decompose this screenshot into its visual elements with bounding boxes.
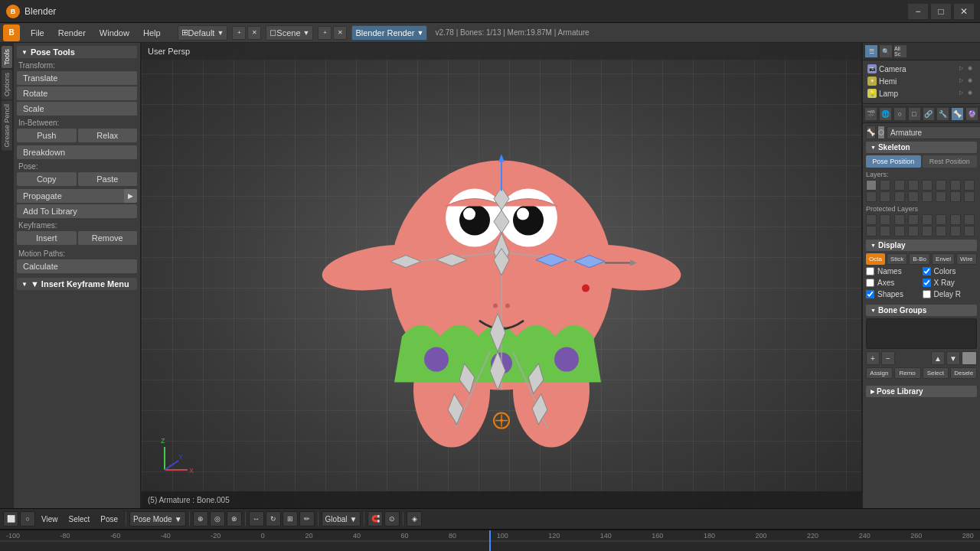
minimize-button[interactable]: −: [908, 4, 928, 19]
menu-help[interactable]: Help: [137, 27, 167, 39]
overlay-btn[interactable]: ◈: [407, 511, 422, 527]
layer-12[interactable]: [922, 191, 933, 202]
layer-3[interactable]: [908, 180, 919, 191]
layer-6[interactable]: [950, 180, 961, 191]
propagate-arrow[interactable]: ▶: [124, 189, 137, 203]
player-13[interactable]: [936, 226, 946, 236]
calculate-button[interactable]: Calculate: [17, 259, 137, 273]
camera-ctrl1[interactable]: ▷: [959, 65, 967, 73]
octa-button[interactable]: Octa: [866, 253, 885, 265]
remove-workspace-btn[interactable]: ✕: [247, 26, 261, 40]
rotate-button[interactable]: Rotate: [17, 86, 137, 100]
constraint-icon[interactable]: 🔗: [923, 107, 936, 121]
pose-tools-header[interactable]: Pose Tools: [17, 46, 137, 58]
delay-r-checkbox[interactable]: [923, 290, 931, 298]
skeleton-header[interactable]: Skeleton: [866, 142, 977, 153]
transform-icon4[interactable]: ✏: [299, 511, 315, 527]
layer-1[interactable]: [880, 180, 890, 191]
wire-button[interactable]: Wire: [956, 253, 976, 265]
add-bone-group-btn[interactable]: +: [866, 351, 880, 365]
color-swatch-btn[interactable]: [962, 351, 977, 365]
view-menu[interactable]: View: [37, 514, 63, 525]
bbone-button[interactable]: B-Bo: [909, 253, 930, 265]
timeline-ruler[interactable]: -100 -80 -60 -40 -20 0 20 40 60 80 100 1…: [0, 530, 980, 551]
camera-ctrl2[interactable]: ◉: [968, 65, 975, 73]
pose-library-header[interactable]: Pose Library: [866, 386, 977, 397]
scale-button[interactable]: Scale: [17, 102, 137, 116]
material-props-icon[interactable]: 🔮: [965, 107, 978, 121]
names-checkbox[interactable]: [866, 267, 874, 276]
object-props-icon[interactable]: □: [908, 107, 921, 121]
remove-btn[interactable]: Remo: [894, 367, 921, 379]
hemi-ctrl1[interactable]: ▷: [959, 77, 967, 85]
layer-14[interactable]: [950, 191, 961, 202]
display-header[interactable]: Display: [866, 240, 977, 251]
player-7[interactable]: [964, 214, 975, 225]
viewport-3d[interactable]: User Persp: [142, 43, 861, 508]
pivot3-btn[interactable]: ⊗: [227, 511, 242, 527]
player-6[interactable]: [950, 214, 961, 225]
remove-bone-group-btn[interactable]: −: [881, 351, 895, 365]
add-scene-btn[interactable]: +: [318, 26, 332, 40]
stick-button[interactable]: Stick: [887, 253, 907, 265]
player-15[interactable]: [964, 226, 975, 236]
player-12[interactable]: [922, 226, 933, 236]
layer-9[interactable]: [880, 191, 890, 202]
player-14[interactable]: [950, 226, 961, 236]
pivot2-btn[interactable]: ◎: [210, 511, 225, 527]
envelope-button[interactable]: Envel: [932, 253, 955, 265]
snap-btn[interactable]: 🧲: [368, 511, 383, 527]
layer-0[interactable]: [866, 180, 877, 191]
proportional-btn[interactable]: ⊙: [384, 511, 400, 527]
layer-2[interactable]: [894, 180, 905, 191]
world-props-icon[interactable]: ○: [893, 107, 906, 121]
player-2[interactable]: [894, 214, 905, 225]
move-down-btn[interactable]: ▼: [946, 351, 960, 365]
pose-menu[interactable]: Pose: [96, 514, 122, 525]
insert-button[interactable]: Insert: [17, 231, 77, 245]
view-type-icon[interactable]: ⬜: [3, 511, 18, 527]
grease-pencil-tab[interactable]: Grease Pencil: [2, 101, 12, 151]
player-4[interactable]: [922, 214, 933, 225]
global-dropdown[interactable]: Global▼: [322, 511, 361, 527]
render-engine-selector[interactable]: Blender Render ▼: [351, 25, 427, 41]
player-9[interactable]: [880, 226, 890, 236]
outliner-view-btn[interactable]: ☰: [864, 44, 878, 58]
rest-position-button[interactable]: Rest Position: [923, 155, 978, 168]
pose-mode-dropdown[interactable]: Pose Mode▼: [129, 511, 186, 527]
layer-11[interactable]: [908, 191, 919, 202]
add-to-library-button[interactable]: Add To Library: [17, 204, 137, 218]
paste-button[interactable]: Paste: [78, 172, 138, 186]
player-8[interactable]: [866, 226, 877, 236]
tools-tab[interactable]: Tools: [2, 46, 12, 68]
data-props-icon[interactable]: 🦴: [951, 107, 964, 121]
push-button[interactable]: Push: [17, 129, 77, 142]
lamp-ctrl2[interactable]: ◉: [968, 90, 975, 97]
relax-button[interactable]: Relax: [78, 129, 138, 142]
menu-window[interactable]: Window: [93, 27, 136, 39]
select-menu[interactable]: Select: [64, 514, 95, 525]
shapes-checkbox[interactable]: [866, 290, 874, 298]
add-workspace-btn[interactable]: +: [232, 26, 246, 40]
player-10[interactable]: [894, 226, 905, 236]
xray-checkbox[interactable]: [923, 279, 931, 287]
modifier-icon[interactable]: 🔧: [936, 107, 949, 121]
del-scene-btn[interactable]: ✕: [333, 26, 347, 40]
player-11[interactable]: [908, 226, 919, 236]
transform-icon3[interactable]: ⊞: [283, 511, 298, 527]
menu-file[interactable]: File: [24, 27, 51, 39]
layer-13[interactable]: [936, 191, 946, 202]
hemi-ctrl2[interactable]: ◉: [968, 77, 975, 85]
close-button[interactable]: ✕: [954, 4, 974, 19]
layer-5[interactable]: [936, 180, 946, 191]
render-props-icon[interactable]: 🎬: [864, 107, 877, 121]
pose-position-button[interactable]: Pose Position: [866, 155, 921, 168]
player-1[interactable]: [880, 214, 890, 225]
remove-button[interactable]: Remove: [78, 231, 138, 245]
layer-4[interactable]: [922, 180, 933, 191]
layer-10[interactable]: [894, 191, 905, 202]
maximize-button[interactable]: □: [931, 4, 951, 19]
scene-selector[interactable]: ◻ Scene ▼: [266, 25, 313, 41]
player-3[interactable]: [908, 214, 919, 225]
breakdown-button[interactable]: Breakdown: [17, 145, 137, 159]
